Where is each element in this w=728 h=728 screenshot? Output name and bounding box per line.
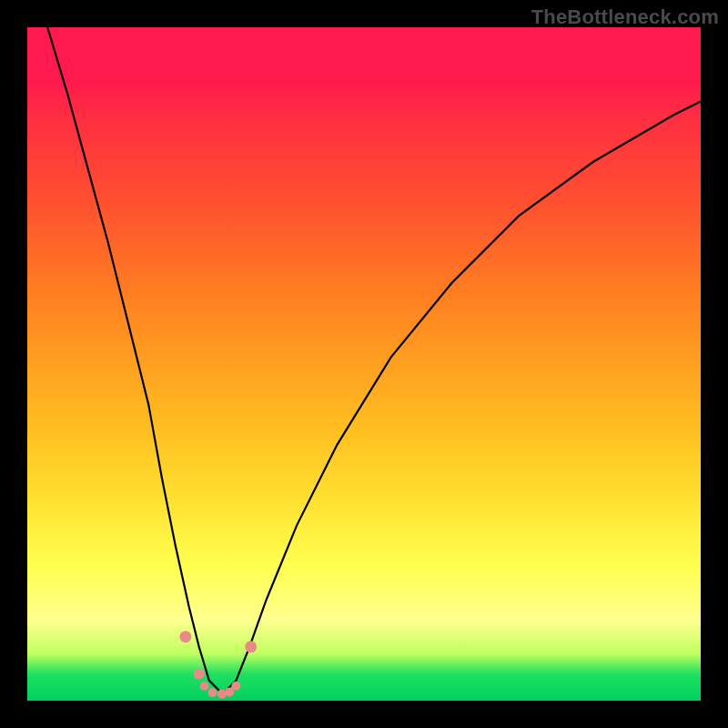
bottleneck-curve — [47, 27, 701, 694]
marker-point — [231, 682, 240, 691]
marker-point — [225, 687, 234, 696]
marker-point — [245, 641, 257, 652]
chart-frame: TheBottleneck.com — [0, 0, 728, 728]
curve-svg — [27, 27, 701, 701]
attribution-text: TheBottleneck.com — [531, 5, 719, 29]
marker-point — [179, 631, 191, 642]
marker-point — [194, 668, 205, 679]
plot-area — [27, 27, 701, 701]
marker-point — [200, 682, 209, 691]
marker-point — [208, 688, 217, 697]
